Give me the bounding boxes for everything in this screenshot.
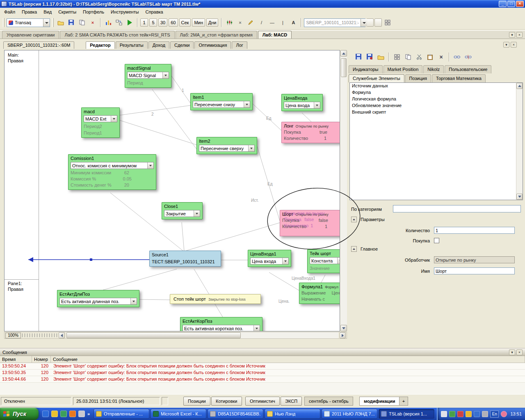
block-stopteikshort[interactable]: Стоп тейк шорт Закрытие по stop-loss <box>170 294 261 304</box>
dropdown-arrow-icon[interactable] <box>314 102 320 108</box>
block-cenavhoda1[interactable]: ЦенаВхода1 Цена входа <box>248 250 291 267</box>
dropdown-arrow-icon[interactable] <box>282 258 288 264</box>
exp-button[interactable]: ЭКСП <box>281 397 302 406</box>
scroll-down-icon[interactable] <box>516 194 523 200</box>
tray-chart-icon[interactable] <box>449 411 455 417</box>
block-macd[interactable]: macd MACD Ext Период2 Период1 <box>81 107 120 138</box>
chart-button[interactable] <box>103 18 113 27</box>
scroll-up-icon[interactable] <box>340 50 347 57</box>
menu-view[interactable]: Вид <box>40 8 55 16</box>
list-item-formula[interactable]: Формула <box>350 89 523 96</box>
menu-portfolio[interactable]: Портфель <box>80 8 107 16</box>
menu-scripts[interactable]: Скрипты <box>55 8 80 16</box>
open-folder-button[interactable] <box>56 18 66 27</box>
macdsignal-select[interactable]: MACD Signal <box>127 72 169 79</box>
dropdown-arrow-icon[interactable] <box>130 298 137 304</box>
tab-lab-2ma[interactable]: Лаб: 2МА_и_стоп +фрактал время <box>176 31 257 39</box>
save-button[interactable] <box>66 18 76 27</box>
tab-list-chevron-icon[interactable]: ▾ <box>509 32 515 38</box>
tab-market-position[interactable]: Market Position <box>383 65 423 73</box>
column-number[interactable]: Номер <box>32 356 51 363</box>
timeframe-day-button[interactable]: Дни <box>206 18 219 27</box>
block-cenavhoda[interactable]: ЦенаВхода Цена входа <box>281 94 323 111</box>
scroll-up-icon[interactable] <box>516 83 523 89</box>
minimize-button[interactable]: _ <box>499 1 507 7</box>
timeframe-min-button[interactable]: Мин <box>192 18 205 27</box>
transaq-combo[interactable]: Transaq <box>7 18 50 27</box>
timeframe-sec-button[interactable]: Сек <box>179 18 191 27</box>
mail-icon[interactable] <box>51 411 58 417</box>
comission1-select[interactable]: Относ. комиссия с минимумом <box>71 162 154 169</box>
language-indicator[interactable]: En <box>490 411 499 418</box>
block-source1[interactable]: Source1 ТЕСТ:SBERP_100101_110321 <box>149 251 221 267</box>
quantity-input[interactable] <box>434 227 515 234</box>
tab-script-manager[interactable]: Управление скриптами <box>2 31 59 39</box>
tray-volume-icon[interactable] <box>482 411 488 417</box>
tab-lab-macd[interactable]: Лаб: MACD <box>258 31 292 39</box>
menu-edit[interactable]: Правка <box>18 8 40 16</box>
tile-view-button[interactable] <box>392 52 402 62</box>
cut-button[interactable] <box>414 52 424 62</box>
block-item2[interactable]: Item2 Пересечение сверху <box>196 137 257 154</box>
tab-nikolz[interactable]: Nikolz <box>423 65 444 73</box>
taskbar-window-tslab[interactable]: TSLab (версия 1... <box>379 409 434 419</box>
dropdown-arrow-icon[interactable] <box>337 258 340 264</box>
tab-editor[interactable]: Редактор <box>86 41 114 49</box>
timeframe-60-button[interactable]: 60 <box>169 18 178 27</box>
script-flow-button[interactable] <box>114 18 124 27</box>
messages-chevron-icon[interactable]: ▾ <box>509 349 515 355</box>
list-scrollbar[interactable] <box>516 83 523 200</box>
tray-antivirus-icon[interactable] <box>457 411 463 417</box>
message-row[interactable]: 13:50:44.66 120 Элемент 'Шорт' содержит … <box>0 376 525 383</box>
dropdown-arrow-icon[interactable] <box>111 116 117 122</box>
zoom-level[interactable]: 100% <box>5 333 21 338</box>
block-macdsignal[interactable]: macdSignal MACD Signal Период <box>125 64 171 88</box>
script-editor-canvas[interactable]: Main: Правая Pane1: Правая 1 2 Ед Ед Ист… <box>4 50 340 331</box>
zoom-slider[interactable] <box>22 333 57 337</box>
dropdown-arrow-icon[interactable] <box>147 162 153 169</box>
copy-script-button[interactable] <box>77 18 87 27</box>
taskbar-window-folder[interactable]: Нью Лэнд <box>265 409 320 419</box>
scroll-left-icon[interactable] <box>59 332 65 338</box>
symbol-option-button[interactable] <box>366 18 374 27</box>
scroll-right-icon[interactable] <box>340 332 346 338</box>
save-script-button[interactable] <box>354 52 364 62</box>
trend-line-tool-button[interactable]: / <box>256 18 266 27</box>
quotes-button[interactable]: Котировки <box>211 397 242 406</box>
quick-launch-overflow-icon[interactable]: » <box>87 411 90 416</box>
tray-messenger-icon[interactable] <box>474 411 480 417</box>
clear-drawings-button[interactable]: × <box>235 18 245 27</box>
dropdown-arrow-icon[interactable] <box>244 101 250 107</box>
close1-select[interactable]: Закрытие <box>164 210 200 217</box>
block-estaktkorpos[interactable]: ЕстАктКорПоз Есть активная короткая поз. <box>180 317 262 331</box>
block-comission1[interactable]: Comission1 Относ. комиссия с минимумом М… <box>68 154 156 190</box>
start-button[interactable]: Пуск <box>0 408 39 420</box>
taskbar-clock[interactable]: 13:51 <box>510 411 522 416</box>
workspace-tab-sep-oct[interactable]: сентябрь - октябрь <box>304 397 353 406</box>
list-item-data-source[interactable]: Источник данных <box>350 83 523 89</box>
list-item-external-script[interactable]: Внешний скрипт <box>350 109 523 116</box>
dropdown-arrow-icon[interactable] <box>162 72 169 78</box>
estaktdlipos-select[interactable]: Есть активная длинная поз. <box>59 298 137 305</box>
tab-trades[interactable]: Сделки <box>170 41 194 49</box>
media-player-icon[interactable] <box>69 411 76 417</box>
message-row[interactable]: 13:50:50.24 120 Элемент 'Шорт' содержит … <box>0 363 525 370</box>
show-desktop-icon[interactable] <box>60 411 67 417</box>
taskbar-window-outlook[interactable]: Отправленные - ... <box>94 409 149 419</box>
block-formula1[interactable]: Формула1Формул ВыражениеЦена Начинать с <box>299 283 340 304</box>
list-item-logic-formula[interactable]: Логическая формула <box>350 96 523 103</box>
symbol-option-button[interactable] <box>374 18 382 27</box>
dropdown-arrow-icon[interactable] <box>194 210 200 217</box>
block-long[interactable]: ЛонгОткрытие по рынку Покупкаtrue Количе… <box>281 122 340 143</box>
doc-chevron-icon[interactable]: ▾ <box>503 42 509 48</box>
close-button[interactable]: × <box>516 1 524 7</box>
dropdown-arrow-icon[interactable] <box>248 145 254 151</box>
collapse-section-icon[interactable] <box>351 246 357 252</box>
canvas-vertical-scrollbar[interactable] <box>340 50 347 331</box>
unlink-button[interactable] <box>463 52 473 62</box>
tab-service-elements[interactable]: Служебные Элементы <box>349 74 404 82</box>
block-estaktdlipos[interactable]: ЕстАктДлиПоз Есть активная длинная поз. <box>57 290 139 307</box>
tab-income[interactable]: Доход <box>148 41 169 49</box>
pencil-tool-button[interactable] <box>246 18 256 27</box>
estaktkorpos-select[interactable]: Есть активная короткая поз. <box>183 325 260 331</box>
